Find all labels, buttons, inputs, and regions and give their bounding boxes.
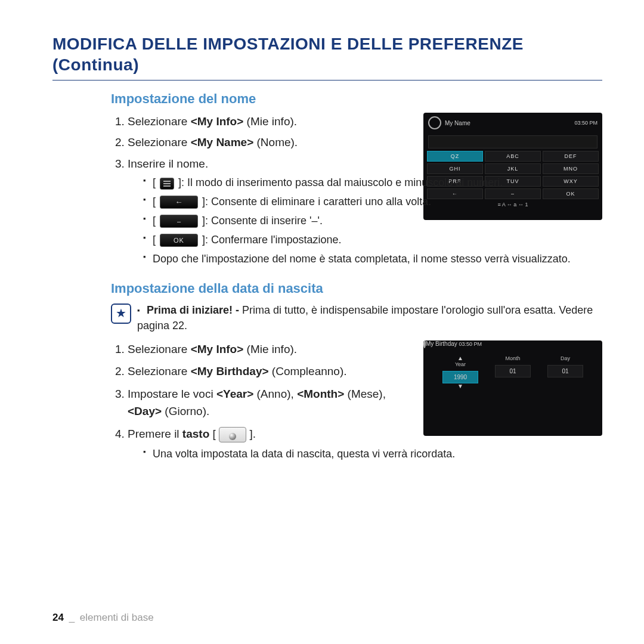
screen2-title: My Birthday: [426, 340, 457, 347]
s1-sublist: [ ]: Il modo di inserimento passa dal ma…: [128, 175, 602, 267]
sub-menu-mode: [ ]: Il modo di inserimento passa dal ma…: [143, 175, 602, 191]
section-label: elementi di base: [80, 612, 154, 623]
sub-ok: [ OK ]: Confermare l'impostazione.: [143, 232, 602, 249]
section1-heading: Impostazione del nome: [111, 91, 602, 107]
select-button-icon: [219, 427, 246, 442]
screen1-title: My Name: [445, 120, 470, 126]
key-def[interactable]: DEF: [543, 151, 599, 162]
page-footer: 24 _ elementi di base: [52, 612, 154, 624]
sub-done: Dopo che l'impostazione del nome è stata…: [143, 251, 602, 268]
s1-step1: Selezionare <My Info> (Mie info).: [128, 113, 411, 130]
s2-step1: Selezionare <My Info> (Mie info).: [128, 340, 411, 358]
section2-heading: Impostazione della data di nascita: [111, 281, 602, 296]
key-abc[interactable]: ABC: [485, 151, 541, 162]
name-input-line: [428, 135, 597, 148]
star-icon: ★: [111, 304, 131, 324]
section2-steps: Selezionare <My Info> (Mie info). Selezi…: [111, 340, 411, 463]
device-screenshot-birthday: My Birthday 03:50 PM ▲ Year 1990 ▼ Month…: [423, 340, 602, 436]
sub-dash: [ – ]: Consente di inserire '–'.: [143, 213, 602, 230]
s2-step2: Selezionare <My Birthday> (Compleanno).: [128, 363, 411, 380]
key-qz[interactable]: QZ: [427, 151, 483, 162]
s2-step4: Premere il tasto [ ]. Una volta impostat…: [128, 425, 411, 463]
s2-sub-done: Una volta impostata la data di nascita, …: [143, 446, 602, 463]
key-ghi[interactable]: GHI: [427, 163, 483, 174]
month-spinner[interactable]: Month 01: [495, 355, 531, 389]
screen2-clock: 03:50 PM: [459, 341, 482, 347]
key-mno[interactable]: MNO: [543, 163, 599, 174]
s2-step3: Impostare le voci <Year> (Anno), <Month>…: [128, 385, 411, 420]
ok-icon: OK: [160, 234, 198, 247]
gear-icon-2: [423, 340, 426, 348]
up-arrow-icon: ▲: [442, 355, 478, 361]
menu-icon: [160, 178, 174, 190]
section2-content: My Birthday 03:50 PM ▲ Year 1990 ▼ Month…: [111, 340, 602, 463]
before-start-note: ★ ▪ Prima di iniziare! - Prima di tutto,…: [111, 302, 602, 333]
down-arrow-icon: ▼: [442, 383, 478, 389]
page-title: MODIFICA DELLE IMPOSTAZIONI E DELLE PREF…: [52, 33, 602, 75]
day-spinner[interactable]: Day 01: [547, 355, 583, 389]
screen1-clock: 03:50 PM: [574, 120, 597, 126]
gear-icon: [428, 116, 441, 129]
dash-icon: –: [160, 215, 198, 228]
key-jkl[interactable]: JKL: [485, 163, 541, 174]
section1-content: My Name 03:50 PM QZ ABC DEF GHI JKL MNO …: [111, 113, 602, 268]
year-spinner[interactable]: ▲ Year 1990 ▼: [442, 355, 478, 389]
backspace-icon: [160, 196, 198, 209]
s2-sublist: Una volta impostata la data di nascita, …: [128, 446, 602, 463]
s1-step3: Inserire il nome. [ ]: Il modo di inseri…: [128, 155, 411, 268]
sub-backspace: [ ]: Consente di eliminare i caratteri u…: [143, 194, 602, 210]
section1-steps: Selezionare <My Info> (Mie info). Selezi…: [111, 113, 411, 268]
title-rule: [52, 80, 602, 80]
page-number: 24: [52, 612, 64, 623]
s1-step2: Selezionare <My Name> (Nome).: [128, 134, 411, 151]
